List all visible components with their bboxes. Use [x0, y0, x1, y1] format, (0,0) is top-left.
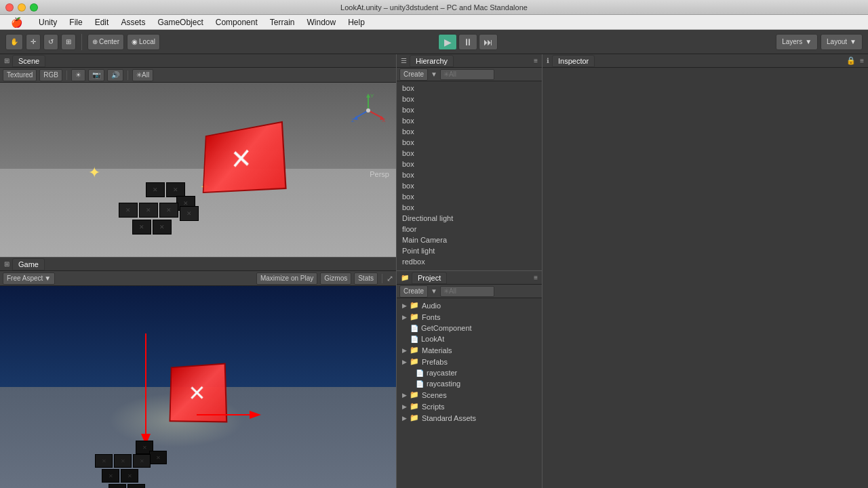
- hierarchy-search-input[interactable]: [440, 69, 494, 80]
- apple-menu[interactable]: 🍎: [5, 16, 28, 29]
- project-item-scenes[interactable]: ▶ 📁 Scenes: [397, 389, 542, 401]
- textured-button[interactable]: Textured: [3, 69, 37, 81]
- camera-button[interactable]: 📷: [88, 69, 104, 81]
- project-item-standard-assets[interactable]: ▶ 📁 Standard Assets: [397, 412, 542, 424]
- list-item[interactable]: box: [397, 115, 542, 126]
- stats-button[interactable]: Stats: [354, 272, 378, 285]
- lock-icon[interactable]: 🔒: [846, 56, 856, 65]
- lighting-button[interactable]: ☀: [71, 69, 85, 81]
- list-item[interactable]: box: [397, 104, 542, 115]
- list-item[interactable]: box: [397, 159, 542, 169]
- hierarchy-redbox[interactable]: redbox: [397, 256, 542, 267]
- maximize-on-play-button[interactable]: Maximize on Play: [256, 272, 317, 285]
- hand-tool-button[interactable]: ✋: [5, 34, 23, 50]
- black-box: ✕: [153, 220, 172, 235]
- hierarchy-floor[interactable]: floor: [397, 224, 542, 235]
- minimize-button[interactable]: [18, 3, 26, 12]
- game-panel-header: ⊞ Game: [0, 258, 396, 271]
- list-item[interactable]: box: [397, 126, 542, 137]
- step-button[interactable]: ⏭: [479, 34, 498, 50]
- menu-component[interactable]: Component: [210, 16, 263, 28]
- menu-unity[interactable]: Unity: [33, 16, 62, 28]
- scene-toolbar: Textured RGB ☀ 📷 🔊 ✳All: [0, 68, 396, 83]
- menu-help[interactable]: Help: [342, 16, 370, 28]
- window-title: LookAt.unity – unity3dstudent – PC and M…: [340, 3, 528, 12]
- scale-tool-button[interactable]: ⊞: [61, 34, 76, 50]
- project-create-button[interactable]: Create: [399, 285, 428, 298]
- menu-assets[interactable]: Assets: [115, 16, 151, 28]
- hierarchy-create-button[interactable]: Create: [399, 68, 428, 81]
- local-button[interactable]: ◉ Local: [127, 34, 160, 50]
- scene-tab[interactable]: Scene: [12, 55, 45, 67]
- game-view[interactable]: ✕ ✕ ✕ ✕ ✕ ✕ ✕: [0, 286, 396, 488]
- sun-light-icon: ✦: [88, 164, 100, 182]
- project-item-materials[interactable]: ▶ 📁 Materials: [397, 344, 542, 356]
- list-item[interactable]: box: [397, 83, 542, 94]
- project-item-lookat[interactable]: 📄 LookAt: [397, 333, 542, 344]
- hierarchy-directional-light[interactable]: Directional light: [397, 213, 542, 224]
- title-bar: LookAt.unity – unity3dstudent – PC and M…: [0, 0, 868, 15]
- menu-window[interactable]: Window: [301, 16, 341, 28]
- project-dropdown-icon: ▼: [431, 287, 437, 295]
- pause-button[interactable]: ⏸: [458, 34, 477, 50]
- gizmos-button[interactable]: Gizmos: [320, 272, 351, 285]
- project-item-getcomponent[interactable]: 📄 GetComponent: [397, 323, 542, 333]
- play-button[interactable]: ▶: [438, 34, 457, 50]
- project-search-input[interactable]: [440, 286, 494, 297]
- list-item[interactable]: box: [397, 94, 542, 104]
- game-black-box: ✕: [127, 484, 145, 488]
- menu-terrain[interactable]: Terrain: [264, 16, 300, 28]
- move-tool-button[interactable]: ✛: [26, 34, 41, 50]
- layers-dropdown[interactable]: Layers ▼: [776, 34, 818, 50]
- gizmos-all-button[interactable]: ✳All: [132, 69, 153, 81]
- folder-arrow-icon: ▶: [402, 403, 407, 410]
- project-item-raycaster[interactable]: 📄 raycaster: [397, 367, 542, 378]
- rotate-tool-button[interactable]: ↺: [43, 34, 58, 50]
- maximize-icon[interactable]: ⤢: [387, 274, 393, 283]
- inspector-menu-icon[interactable]: ≡: [860, 57, 864, 64]
- free-aspect-dropdown[interactable]: Free Aspect ▼: [3, 272, 55, 285]
- script-icon: 📄: [410, 336, 418, 343]
- project-item-audio[interactable]: ▶ 📁 Audio: [397, 300, 542, 311]
- list-item[interactable]: box: [397, 202, 542, 213]
- project-item-raycasting[interactable]: 📄 raycasting: [397, 378, 542, 389]
- game-tab[interactable]: Game: [12, 258, 45, 270]
- scene-view[interactable]: ✦ ✦ ✕ ✕ ✕ ✕ ✕ ✕ ✕ ✕ ✕ ✕: [0, 83, 396, 257]
- hierarchy-dropdown-icon: ▼: [431, 70, 437, 78]
- menu-file[interactable]: File: [64, 16, 87, 28]
- folder-icon: 📁: [410, 301, 419, 310]
- list-item[interactable]: box: [397, 169, 542, 180]
- hierarchy-tab[interactable]: Hierarchy: [410, 55, 454, 67]
- window-controls[interactable]: [5, 3, 38, 12]
- toolbar-sep2: [127, 70, 128, 80]
- center-button[interactable]: ⊕ Center: [87, 34, 124, 50]
- hierarchy-menu-icon[interactable]: ≡: [534, 57, 538, 64]
- project-menu-icon[interactable]: ≡: [534, 274, 538, 281]
- hierarchy-main-camera[interactable]: Main Camera: [397, 235, 542, 245]
- folder-arrow-icon: ▶: [402, 415, 407, 422]
- audio-button[interactable]: 🔊: [107, 69, 123, 81]
- list-item[interactable]: box: [397, 137, 542, 148]
- inspector-tab[interactable]: Inspector: [552, 55, 595, 67]
- project-item-prefabs[interactable]: ▶ 📁 Prefabs: [397, 356, 542, 367]
- folder-arrow-icon: ▶: [402, 359, 407, 365]
- rgb-button[interactable]: RGB: [39, 69, 62, 81]
- project-tab[interactable]: Project: [412, 272, 447, 284]
- game-black-box: ✕: [133, 454, 151, 468]
- close-button[interactable]: [5, 3, 14, 12]
- menu-bar: 🍎 Unity File Edit Assets GameObject Comp…: [0, 15, 868, 30]
- menu-gameobject[interactable]: GameObject: [152, 16, 208, 28]
- inspector-panel-header: ℹ Inspector 🔒 ≡: [542, 54, 868, 68]
- hierarchy-icon: ☰: [401, 57, 407, 64]
- script-icon: 📄: [416, 369, 424, 377]
- list-item[interactable]: box: [397, 180, 542, 191]
- project-item-fonts[interactable]: ▶ 📁 Fonts: [397, 311, 542, 323]
- maximize-button[interactable]: [30, 3, 38, 12]
- hierarchy-point-light[interactable]: Point light: [397, 245, 542, 256]
- hierarchy-panel-header: ☰ Hierarchy ≡: [397, 54, 542, 68]
- menu-edit[interactable]: Edit: [90, 16, 115, 28]
- layout-dropdown[interactable]: Layout ▼: [821, 34, 863, 50]
- list-item[interactable]: box: [397, 191, 542, 202]
- list-item[interactable]: box: [397, 148, 542, 159]
- project-item-scripts[interactable]: ▶ 📁 Scripts: [397, 401, 542, 412]
